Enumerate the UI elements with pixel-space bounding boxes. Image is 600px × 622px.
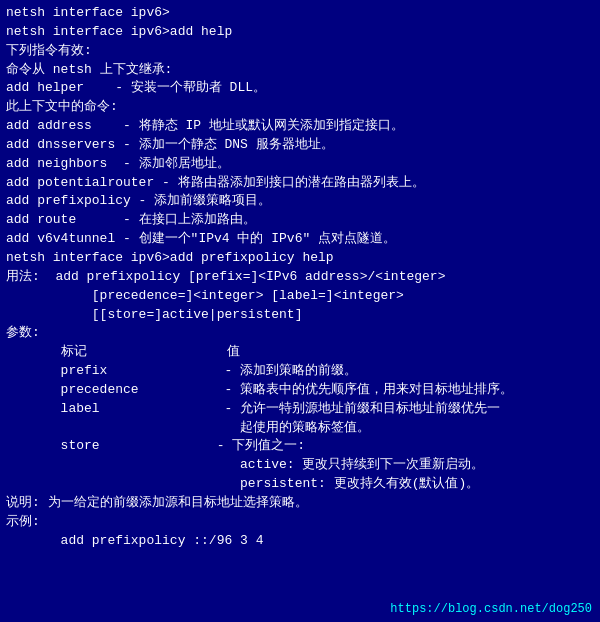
terminal-line: add potentialrouter - 将路由器添加到接口的潜在路由器列表上… bbox=[6, 174, 594, 193]
terminal-line: 示例: bbox=[6, 513, 594, 532]
terminal-line: add helper - 安装一个帮助者 DLL。 bbox=[6, 79, 594, 98]
watermark: https://blog.csdn.net/dog250 bbox=[390, 602, 592, 616]
terminal-line: persistent: 更改持久有效(默认值)。 bbox=[6, 475, 594, 494]
terminal-line: add prefixpolicy - 添加前缀策略项目。 bbox=[6, 192, 594, 211]
terminal-line: precedence - 策略表中的优先顺序值，用来对目标地址排序。 bbox=[6, 381, 594, 400]
terminal-line: add address - 将静态 IP 地址或默认网关添加到指定接口。 bbox=[6, 117, 594, 136]
terminal-line: add dnsservers - 添加一个静态 DNS 服务器地址。 bbox=[6, 136, 594, 155]
terminal-line: 起使用的策略标签值。 bbox=[6, 419, 594, 438]
terminal-line: netsh interface ipv6> bbox=[6, 4, 594, 23]
terminal-line: store - 下列值之一: bbox=[6, 437, 594, 456]
terminal-line: label - 允许一特别源地址前缀和目标地址前缀优先一 bbox=[6, 400, 594, 419]
terminal-line: add neighbors - 添加邻居地址。 bbox=[6, 155, 594, 174]
terminal-line: 说明: 为一给定的前缀添加源和目标地址选择策略。 bbox=[6, 494, 594, 513]
terminal-line: 此上下文中的命令: bbox=[6, 98, 594, 117]
terminal-line: 参数: bbox=[6, 324, 594, 343]
terminal-line: 标记 值 bbox=[6, 343, 594, 362]
terminal-line: [precedence=]<integer> [label=]<integer> bbox=[6, 287, 594, 306]
terminal-window: netsh interface ipv6>netsh interface ipv… bbox=[0, 0, 600, 622]
terminal-line: prefix - 添加到策略的前缀。 bbox=[6, 362, 594, 381]
terminal-line: add v6v4tunnel - 创建一个"IPv4 中的 IPv6" 点对点隧… bbox=[6, 230, 594, 249]
terminal-line: active: 更改只持续到下一次重新启动。 bbox=[6, 456, 594, 475]
terminal-line: add prefixpolicy ::/96 3 4 bbox=[6, 532, 594, 551]
terminal-line: 用法: add prefixpolicy [prefix=]<IPv6 addr… bbox=[6, 268, 594, 287]
terminal-line: [[store=]active|persistent] bbox=[6, 306, 594, 325]
terminal-line: 下列指令有效: bbox=[6, 42, 594, 61]
terminal-line: add route - 在接口上添加路由。 bbox=[6, 211, 594, 230]
terminal-line: netsh interface ipv6>add help bbox=[6, 23, 594, 42]
terminal-line: netsh interface ipv6>add prefixpolicy he… bbox=[6, 249, 594, 268]
terminal-line: 命令从 netsh 上下文继承: bbox=[6, 61, 594, 80]
